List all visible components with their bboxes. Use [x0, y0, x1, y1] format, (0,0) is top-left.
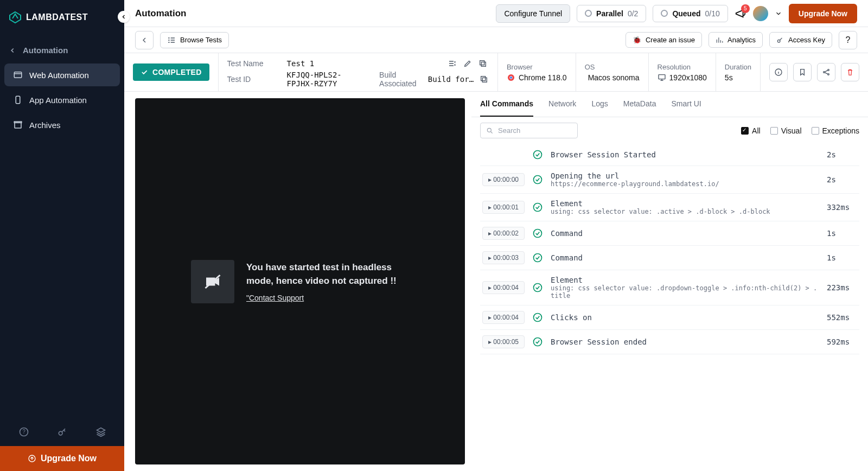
analytics-icon: [716, 36, 723, 44]
bug-icon: 🐞: [633, 36, 641, 44]
info-icon: [774, 68, 783, 77]
edit-icon[interactable]: [462, 58, 474, 69]
command-duration: 223ms: [827, 283, 857, 292]
delete-button[interactable]: [841, 63, 859, 81]
sidebar-item-app-automation[interactable]: App Automation: [4, 88, 120, 111]
configure-tunnel-button[interactable]: Configure Tunnel: [496, 4, 570, 23]
check-circle-icon: [532, 149, 543, 160]
status-badge: COMPLETED: [133, 63, 209, 81]
toolbar: Browse Tests 🐞Create an issue Analytics …: [124, 27, 868, 53]
video-player: You have started test in headless mode, …: [135, 98, 465, 464]
command-time: ▸ 00:00:01: [482, 201, 525, 214]
command-duration: 332ms: [827, 203, 857, 212]
tab-metadata[interactable]: MetaData: [623, 92, 656, 117]
contact-support-link[interactable]: "Contact Support: [246, 294, 304, 302]
command-row[interactable]: Browser Session Started2s: [480, 144, 859, 166]
command-duration: 1s: [827, 253, 857, 262]
command-row[interactable]: ▸ 00:00:05Browser Session ended592ms: [480, 330, 859, 354]
tab-all-commands[interactable]: All Commands: [480, 92, 533, 117]
svg-point-25: [534, 151, 542, 159]
avatar[interactable]: [753, 6, 768, 21]
duration-meta: Duration 5s: [716, 53, 760, 91]
layers-icon[interactable]: [95, 427, 106, 437]
sidebar-item-label: App Automation: [29, 96, 87, 105]
check-circle-icon: [532, 174, 543, 185]
command-row[interactable]: ▸ 00:00:04Clicks on552ms: [480, 305, 859, 330]
body-area: You have started test in headless mode, …: [124, 92, 868, 471]
svg-rect-5: [14, 122, 22, 123]
command-body: Clicks on: [551, 313, 819, 322]
command-time: ▸ 00:00:04: [482, 311, 525, 324]
sidebar-item-archives[interactable]: Archives: [4, 113, 120, 136]
no-video-icon: [191, 260, 234, 303]
command-time: ▸ 00:00:02: [482, 227, 525, 240]
tab-smart-ui[interactable]: Smart UI: [671, 92, 701, 117]
copy-icon[interactable]: [477, 58, 489, 69]
chevron-left-icon: [9, 47, 16, 54]
help-icon[interactable]: ?: [18, 427, 29, 437]
command-row[interactable]: ▸ 00:00:04Elementusing: css selector val…: [480, 270, 859, 305]
sidebar-upgrade-button[interactable]: Upgrade Now: [0, 446, 124, 471]
back-button[interactable]: [135, 31, 154, 49]
tab-network[interactable]: Network: [548, 92, 576, 117]
check-circle-icon: [532, 228, 543, 239]
command-filters: Search All Visual Exceptions: [471, 117, 868, 144]
notifications-button[interactable]: 5: [735, 8, 746, 20]
check-circle-icon: [532, 282, 543, 293]
search-input[interactable]: Search: [480, 123, 578, 138]
build-label: Build Associated: [379, 71, 423, 88]
command-body: Opening the urlhttps://ecommerce-playgro…: [551, 171, 819, 188]
filter-all-checkbox[interactable]: All: [741, 126, 761, 135]
command-body: Command: [551, 229, 819, 238]
command-body: Browser Session ended: [551, 338, 819, 346]
sidebar-item-web-automation[interactable]: Web Automation: [4, 63, 120, 86]
key-icon[interactable]: [57, 427, 68, 437]
upgrade-button[interactable]: Upgrade Now: [789, 4, 857, 23]
browse-tests-button[interactable]: Browse Tests: [160, 32, 229, 48]
test-name-value: Test 1: [287, 59, 315, 68]
svg-point-21: [828, 69, 829, 71]
create-issue-button[interactable]: 🐞Create an issue: [626, 32, 702, 48]
svg-rect-18: [659, 74, 665, 79]
collapse-sidebar-button[interactable]: [118, 11, 130, 23]
archive-icon: [13, 120, 23, 130]
chevron-down-icon[interactable]: [775, 10, 782, 17]
parallel-status[interactable]: Parallel0/2: [577, 5, 646, 22]
copy-build-icon[interactable]: [480, 73, 489, 85]
svg-point-20: [824, 72, 825, 73]
check-icon: [141, 68, 148, 76]
command-row[interactable]: ▸ 00:00:01Elementusing: css selector val…: [480, 194, 859, 221]
filter-visual-checkbox[interactable]: Visual: [770, 126, 802, 135]
svg-rect-3: [16, 96, 20, 104]
page-title: Automation: [135, 8, 186, 19]
list-settings-icon[interactable]: [446, 58, 458, 69]
queued-status[interactable]: Queued0/10: [653, 5, 727, 22]
help-button[interactable]: ?: [839, 31, 857, 49]
svg-text:?: ?: [22, 429, 25, 435]
svg-point-17: [510, 77, 512, 79]
command-row[interactable]: ▸ 00:00:00Opening the urlhttps://ecommer…: [480, 166, 859, 194]
tab-logs[interactable]: Logs: [591, 92, 608, 117]
check-circle-icon: [532, 252, 543, 263]
svg-point-31: [534, 314, 542, 322]
bookmark-button[interactable]: [793, 63, 812, 81]
share-button[interactable]: [817, 63, 835, 81]
sidebar-section-automation[interactable]: Automation: [0, 39, 124, 61]
commands-tabs: All Commands Network Logs MetaData Smart…: [471, 92, 868, 117]
svg-point-26: [534, 176, 542, 184]
command-row[interactable]: ▸ 00:00:02Command1s: [480, 221, 859, 246]
list-icon: [167, 36, 176, 44]
check-circle-icon: [532, 202, 543, 213]
info-button[interactable]: [769, 63, 788, 81]
access-key-button[interactable]: Access Key: [769, 32, 832, 48]
command-row[interactable]: ▸ 00:00:03Command1s: [480, 246, 859, 270]
svg-point-29: [534, 254, 542, 262]
test-id-label: Test ID: [227, 75, 282, 84]
brand-name: LAMBDATEST: [26, 12, 88, 22]
command-list[interactable]: Browser Session Started2s▸ 00:00:00Openi…: [471, 144, 868, 471]
svg-rect-12: [480, 61, 484, 65]
search-placeholder: Search: [498, 126, 520, 135]
filter-exceptions-checkbox[interactable]: Exceptions: [812, 126, 859, 135]
test-info-bar: COMPLETED Test Name Test 1 Test ID KFJ: [124, 53, 868, 92]
analytics-button[interactable]: Analytics: [709, 32, 763, 48]
